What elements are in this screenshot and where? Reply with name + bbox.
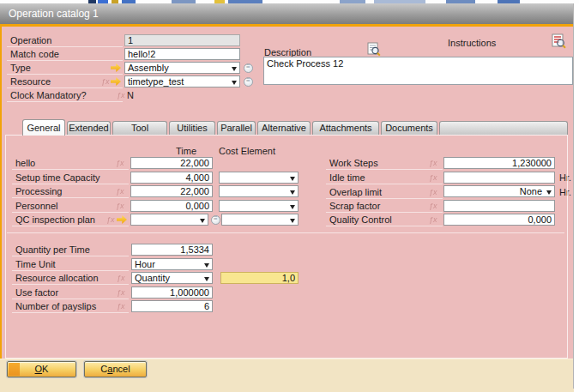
tab-attachments[interactable]: Attachments [312,121,379,135]
formula-icon [116,202,124,210]
operation-catalog-window: Operation catalog 1 Operation 1 Match co… [0,0,579,392]
resource-allocation-label: Resource allocation [12,273,129,285]
work-steps-label: Work Steps [326,158,443,170]
ok-button[interactable]: OK [7,361,76,377]
dropdown-arrow-icon [232,67,237,71]
processing-time-field[interactable]: 22,000 [130,185,213,197]
formula-icon [116,159,124,167]
dropdown-arrow-icon [200,219,205,223]
instructions-editor-icon[interactable] [552,33,566,49]
time-unit-value: Hour [135,259,155,269]
setup-cost-element-select[interactable] [219,172,299,184]
resource-select[interactable]: timetype_test [124,75,240,87]
dropdown-arrow-icon [204,263,209,268]
cost-element-column-header: Cost Element [219,146,275,156]
dropdown-arrow-icon [204,277,209,281]
tab-parallel[interactable]: Parallel [217,121,256,135]
match-code-label: Match code [7,49,123,61]
default-button-accent [9,363,20,376]
match-code-input[interactable]: hello!2 [124,48,240,60]
hello-time-field[interactable]: 22,000 [130,157,213,169]
formula-icon [429,215,437,224]
resource-allocation-select[interactable]: Quantity [131,272,213,284]
choose-from-list-icon[interactable] [244,77,253,87]
number-of-payslips-label: Number of payslips [12,301,129,313]
formula-icon [117,302,125,311]
resource-allocation-quantity-field[interactable]: 1,0 [220,272,299,284]
tab-utilities[interactable]: Utilities [169,121,215,135]
use-factor-label: Use factor [12,287,129,299]
type-label: Type [7,63,123,75]
type-select[interactable]: Assembly [124,62,240,74]
window-title-bar[interactable]: Operation catalog 1 [0,3,574,24]
tab-strip-filler [439,121,568,135]
choose-from-list-icon[interactable] [211,215,220,225]
formula-icon [429,173,437,182]
work-steps-field[interactable]: 1,230000 [443,157,555,169]
type-select-value: Assembly [128,63,169,73]
text-editor-icon[interactable] [367,42,381,57]
formula-icon [117,288,125,297]
operation-field: 1 [124,34,240,46]
personnel-label: Personnel [12,201,129,213]
tab-tool[interactable]: Tool [112,121,167,135]
dropdown-arrow-icon [290,205,295,209]
tab-extended[interactable]: Extended [67,121,111,135]
choose-from-list-icon[interactable] [244,63,253,73]
time-unit-label: Time Unit [12,259,129,271]
processing-cost-element-select[interactable] [219,185,299,197]
formula-icon [117,274,125,282]
personnel-cost-element-select[interactable] [219,200,299,212]
formula-icon [429,159,437,167]
idle-time-field[interactable] [443,172,555,184]
window-title: Operation catalog 1 [9,8,99,20]
dropdown-arrow-icon [290,177,295,181]
tab-alternative[interactable]: Alternative [257,121,311,135]
formula-icon [106,215,115,224]
qc-inspection-plan-select[interactable] [130,214,208,226]
use-factor-field[interactable]: 1,000000 [131,286,213,299]
quality-control-label: Quality Control [326,214,443,226]
dropdown-arrow-icon [290,190,295,195]
overlap-limit-select[interactable]: None [443,185,555,197]
scrap-factor-label: Scrap factor [326,201,443,213]
clock-mandatory-value: N [127,90,161,102]
overlap-limit-unit: Hr. [559,187,571,199]
quality-control-field[interactable]: 0,000 [443,214,555,226]
scrap-factor-field[interactable] [443,200,555,212]
operation-label: Operation [7,35,123,47]
formula-icon [429,202,437,210]
dropdown-arrow-icon [232,81,237,85]
time-column-header: Time [176,146,196,156]
qc-cost-element-select[interactable] [221,214,299,226]
time-unit-select[interactable]: Hour [131,258,213,270]
setup-time-field[interactable]: 4,000 [130,172,213,184]
hello-label: hello [12,158,129,170]
quantity-per-time-label: Quantity per Time [12,244,129,256]
window-right-border [573,3,574,389]
description-textarea[interactable]: Check Process 12 [263,57,573,85]
formula-icon [429,188,437,196]
resource-allocation-value: Quantity [135,273,170,283]
overlap-limit-value: None [447,186,542,196]
setup-time-capacity-label: Setup time Capacity [12,172,129,184]
clock-mandatory-label: Clock Mandatory? [7,90,123,102]
formula-icon [101,77,110,86]
idle-time-label: Idle time [326,172,443,184]
tab-documents[interactable]: Documents [381,121,437,135]
number-of-payslips-field[interactable]: 6 [131,300,213,312]
tab-general[interactable]: General [22,119,65,136]
dropdown-arrow-icon [546,190,552,195]
instructions-label: Instructions [448,38,496,50]
processing-label: Processing [12,186,129,198]
idle-time-unit: Hr. [559,172,571,184]
cancel-button[interactable]: Cancel [84,361,147,377]
resource-select-value: timetype_test [128,76,184,87]
dropdown-arrow-icon [290,219,295,223]
quantity-per-time-field[interactable]: 1,5334 [131,244,213,256]
personnel-time-field[interactable]: 0,000 [130,200,213,212]
formula-icon [116,187,124,196]
overlap-limit-label: Overlap limit [326,187,443,199]
formula-icon [117,91,125,100]
section-separator [7,232,564,233]
